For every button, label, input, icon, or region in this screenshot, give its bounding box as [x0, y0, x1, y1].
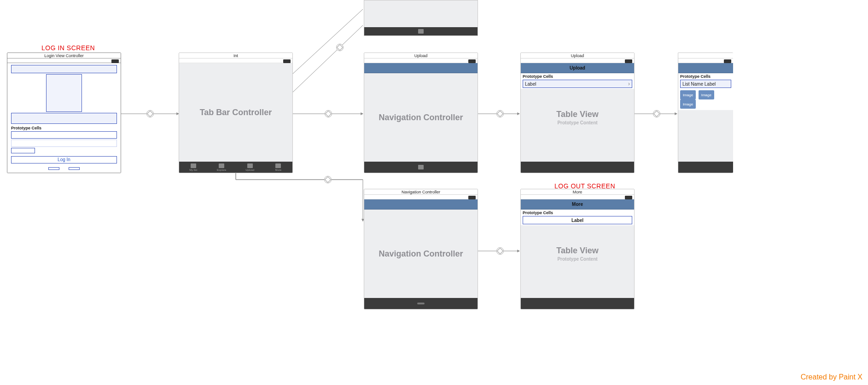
chevron-right-icon: › [628, 81, 630, 87]
image-chip[interactable]: Image [699, 90, 714, 99]
segue-badge [146, 110, 154, 117]
scene-login[interactable]: Login View Controller Prototype Cells Lo… [7, 52, 121, 173]
tab-bar [364, 162, 478, 173]
tab-label: More [275, 169, 281, 171]
barcode-icon [418, 29, 424, 34]
scene-table-more[interactable]: More More Prototype Cells Label Table Vi… [520, 189, 635, 309]
log-in-button[interactable]: Log In [11, 156, 117, 163]
tab-bar [521, 162, 634, 173]
nav-title: More [572, 202, 583, 207]
cell-label: Label [571, 218, 583, 223]
status-bar [179, 58, 292, 63]
tab-label: Explore [217, 169, 226, 171]
prototype-cells-label: Prototype Cells [678, 73, 733, 80]
svg-line-4 [293, 9, 363, 74]
storyboard-canvas: LOG IN SCREEN LOG OUT SCREEN Login View … [0, 0, 868, 385]
barcode-icon [219, 163, 224, 168]
scene-tabbar[interactable]: Int Tab Bar Controller My list Explore U… [179, 52, 293, 173]
cell-label: List Name Label [682, 82, 716, 87]
nav-bar [678, 63, 733, 73]
tab-label: My list [189, 169, 197, 171]
status-bar [364, 58, 478, 63]
prototype-cells-label: Prototype Cells [521, 210, 634, 216]
cell-label: Label [525, 82, 536, 87]
prototype-section: Prototype Cells Label › [521, 73, 634, 89]
tab-item[interactable] [364, 162, 478, 173]
login-cell[interactable] [11, 140, 117, 147]
tab-item[interactable]: My list [179, 162, 208, 173]
controller-label: Navigation Controller [379, 249, 463, 259]
prototype-content-label: Prototype Content [557, 120, 597, 125]
scene-title: Upload [364, 53, 478, 58]
login-cell[interactable] [11, 131, 117, 139]
scene-title: Login View Controller [7, 53, 121, 58]
scene-body [364, 0, 478, 27]
tab-item[interactable]: Explore [208, 162, 236, 173]
scene-title: Upload [521, 53, 634, 58]
status-bباr [678, 58, 733, 63]
segue-badge [324, 176, 332, 183]
tab-label: Upload [245, 169, 254, 171]
tab-bar: My list Explore Upload More [179, 162, 292, 173]
prototype-section: Prototype Cells Label [521, 210, 634, 225]
segue-badge [325, 110, 332, 117]
scene-body: Navigation Controller [364, 73, 478, 162]
scene-table-upload[interactable]: Upload Upload Prototype Cells Label › Ta… [520, 52, 635, 173]
nav-bar: More [521, 199, 634, 210]
scene-listname-partial[interactable]: Prototype Cells List Name Label Image Im… [678, 52, 733, 173]
tab-bar [364, 298, 478, 309]
scene-title: Int [179, 53, 292, 58]
tab-item[interactable]: Upload [236, 162, 264, 173]
scene-title: Navigation Controller [364, 189, 478, 195]
nav-title: Upload [570, 65, 585, 70]
footer-box [69, 167, 80, 170]
segue-badge [496, 110, 504, 117]
nav-bar [364, 63, 478, 73]
more-icon [417, 303, 425, 304]
prototype-cell[interactable]: Label [523, 216, 632, 224]
login-hero-box [46, 74, 82, 112]
login-small-field[interactable] [11, 148, 35, 153]
image-chip[interactable]: Image [680, 99, 696, 109]
scene-partial-top[interactable] [364, 0, 478, 36]
prototype-cells-label: Prototype Cells [521, 73, 634, 80]
tab-item[interactable]: More [264, 162, 293, 173]
login-footer [7, 167, 121, 172]
login-header-box [11, 65, 117, 73]
segue-badge [336, 44, 344, 51]
scene-body: Navigation Controller [364, 210, 478, 298]
status-bar [521, 58, 634, 63]
status-bar [364, 195, 478, 199]
status-bar [521, 195, 634, 199]
scene-body: Tab Bar Controller [179, 63, 292, 162]
annotation-log-in: LOG IN SCREEN [41, 44, 95, 52]
prototype-cell[interactable]: Label › [523, 80, 632, 88]
segue-badge [496, 247, 504, 255]
prototype-cell[interactable]: List Name Label [680, 80, 731, 88]
table-view-label: Table View [556, 246, 598, 256]
scene-body: Prototype Cells Label Table View Prototy… [521, 210, 634, 298]
scene-nav-more[interactable]: Navigation Controller Navigation Control… [364, 189, 478, 309]
table-view-label: Table View [556, 110, 598, 119]
image-chip-row: Image Image Image [678, 89, 733, 110]
watermark: Created by Paint X [801, 373, 862, 381]
status-bar [7, 58, 121, 63]
scene-body: Prototype Cells Label › Table View Proto… [521, 73, 634, 162]
nav-bar: Upload [521, 63, 634, 73]
prototype-cells-label: Prototype Cells [11, 126, 117, 130]
upload-icon [418, 165, 424, 169]
nav-bar [364, 199, 478, 210]
controller-label: Tab Bar Controller [200, 108, 272, 117]
tab-item[interactable] [364, 298, 478, 309]
upload-icon [247, 163, 253, 168]
tab-bar [521, 298, 634, 309]
login-body: Prototype Cells Log In [7, 63, 121, 173]
scene-nav-upload[interactable]: Upload Navigation Controller [364, 52, 478, 173]
controller-label: Navigation Controller [379, 113, 463, 122]
scene-title: More [521, 189, 634, 195]
image-chip[interactable]: Image [680, 90, 696, 99]
login-wide-box [11, 113, 117, 124]
svg-line-5 [293, 25, 363, 92]
scene-body: Prototype Cells List Name Label Image Im… [678, 73, 733, 162]
prototype-section: Prototype Cells List Name Label Image Im… [678, 73, 733, 110]
